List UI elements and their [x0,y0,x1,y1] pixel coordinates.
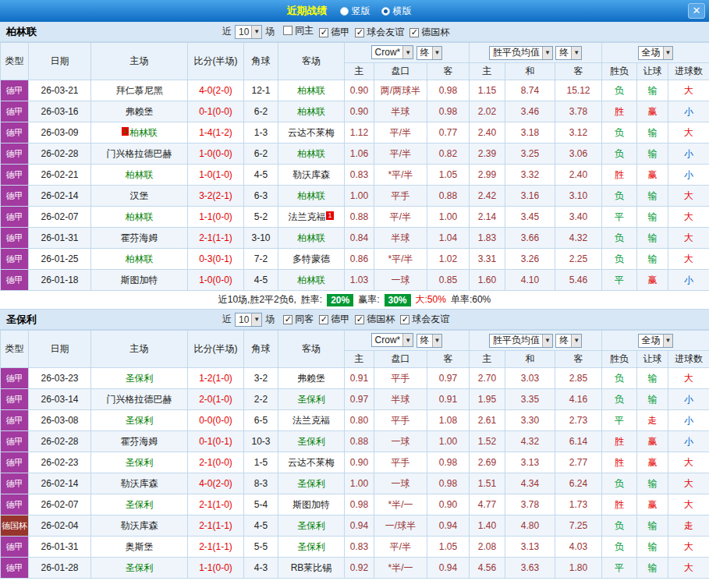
away-team[interactable]: 弗赖堡 [278,368,345,389]
home-team-name[interactable]: 圣保利 [126,562,154,573]
away-team-name[interactable]: 法兰克福 [292,415,330,426]
away-team[interactable]: 圣保利 [278,515,345,537]
home-team-name[interactable]: 门兴格拉德巴赫 [107,148,172,159]
home-team[interactable]: 门兴格拉德巴赫 [91,143,188,165]
avg-type-select[interactable]: 胜平负均值▼ [489,334,553,348]
home-team-name[interactable]: 柏林联 [126,169,154,180]
filter-checkbox[interactable]: 德甲 [319,26,349,39]
filter-checkbox[interactable]: 球会友谊 [355,26,404,39]
avg-time-select[interactable]: 终▼ [555,334,582,348]
away-team-name[interactable]: 云达不莱梅 [288,457,335,468]
checkbox-icon[interactable] [283,26,292,35]
home-team-name[interactable]: 斯图加特 [121,275,158,285]
away-team-name[interactable]: 圣保利 [297,541,325,552]
away-team-name[interactable]: RB莱比锡 [291,562,332,573]
home-team-name[interactable]: 圣保利 [126,415,154,426]
checkbox-icon[interactable] [355,315,364,324]
home-team-name[interactable]: 柏林联 [129,127,158,138]
checkbox-icon[interactable] [319,315,328,324]
away-team-name[interactable]: 弗赖堡 [297,373,325,384]
bookmaker-select[interactable]: Crow*▼ [371,45,414,59]
filter-checkbox[interactable]: 同客 [283,313,314,326]
home-team[interactable]: 圣保利 [91,410,188,431]
away-team-name[interactable]: 斯图加特 [292,499,330,510]
home-team-name[interactable]: 柏林联 [126,211,154,222]
home-team-name[interactable]: 圣保利 [126,457,154,468]
away-team-name[interactable]: 柏林联 [297,232,325,243]
away-team-name[interactable]: 圣保利 [297,520,325,531]
away-team[interactable]: 云达不莱梅 [278,452,345,473]
home-team[interactable]: 圣保利 [91,494,188,515]
filter-checkbox[interactable]: 德国杯 [409,26,449,39]
away-team[interactable]: 云达不莱梅 [278,122,345,143]
scope-select[interactable]: 全场▼ [638,46,674,60]
home-team[interactable]: 圣保利 [91,558,188,579]
radio-checked-icon[interactable] [381,7,390,16]
checkbox-icon[interactable] [319,28,328,37]
away-team-name[interactable]: 云达不莱梅 [288,127,335,138]
filter-checkbox[interactable]: 德国杯 [355,313,395,326]
home-team-name[interactable]: 拜仁慕尼黑 [116,85,163,96]
home-team-name[interactable]: 柏林联 [126,253,154,264]
away-team[interactable]: 柏林联 [278,143,345,165]
checkbox-icon[interactable] [355,28,364,37]
close-icon[interactable]: ✕ [688,3,705,19]
away-team-name[interactable]: 柏林联 [297,190,325,201]
avg-time-select[interactable]: 终▼ [555,46,582,60]
scope-select[interactable]: 全场▼ [638,334,674,348]
layout-radio-horizontal[interactable]: 横版 [381,5,412,18]
away-team[interactable]: RB莱比锡 [278,558,345,579]
home-team[interactable]: 斯图加特 [91,270,188,291]
away-team-name[interactable]: 柏林联 [297,148,325,159]
home-team-name[interactable]: 勒沃库森 [121,520,158,531]
away-team[interactable]: 法兰克福1 [278,207,345,228]
avg-type-select[interactable]: 胜平负均值▼ [489,46,553,60]
home-team[interactable]: 勒沃库森 [91,473,188,494]
away-team[interactable]: 勒沃库森 [278,165,345,186]
away-team-name[interactable]: 柏林联 [297,275,325,285]
home-team-name[interactable]: 霍芬海姆 [121,436,158,447]
filter-checkbox[interactable]: 球会友谊 [400,313,449,326]
away-team[interactable]: 法兰克福 [278,410,345,431]
away-team[interactable]: 柏林联 [278,228,345,249]
filter-checkbox[interactable]: 德甲 [319,313,349,326]
match-count-select[interactable]: 10▼ [235,313,262,327]
handicap-time-select[interactable]: 终▼ [417,334,443,348]
home-team-name[interactable]: 奥斯堡 [126,541,154,552]
home-team[interactable]: 柏林联 [91,207,188,228]
away-team-name[interactable]: 多特蒙德 [292,253,330,264]
away-team-name[interactable]: 圣保利 [297,436,325,447]
home-team-name[interactable]: 汉堡 [130,190,149,201]
home-team[interactable]: 柏林联 [91,165,188,186]
home-team[interactable]: 圣保利 [91,368,188,389]
away-team-name[interactable]: 勒沃库森 [292,169,330,180]
home-team[interactable]: 柏林联 [91,249,188,270]
checkbox-icon[interactable] [409,28,419,37]
home-team-name[interactable]: 勒沃库森 [121,478,158,489]
away-team[interactable]: 柏林联 [278,270,345,291]
home-team[interactable]: 圣保利 [91,452,188,473]
home-team[interactable]: 1柏林联 [91,122,188,143]
home-team[interactable]: 霍芬海姆 [91,431,188,452]
home-team[interactable]: 奥斯堡 [91,537,188,558]
home-team[interactable]: 门兴格拉德巴赫 [91,389,188,410]
home-team[interactable]: 霍芬海姆 [91,228,188,249]
checkbox-icon[interactable] [283,315,292,324]
away-team[interactable]: 圣保利 [278,537,345,558]
away-team-name[interactable]: 法兰克福 [288,211,325,222]
home-team[interactable]: 汉堡 [91,186,188,207]
filter-checkbox[interactable]: 同主 [283,24,314,37]
away-team[interactable]: 圣保利 [278,389,345,410]
home-team-name[interactable]: 圣保利 [126,373,154,384]
radio-icon[interactable] [340,7,349,16]
away-team[interactable]: 斯图加特 [278,494,345,515]
match-count-select[interactable]: 10▼ [235,25,262,39]
away-team[interactable]: 柏林联 [278,101,345,122]
handicap-time-select[interactable]: 终▼ [417,46,443,60]
home-team[interactable]: 勒沃库森 [91,515,188,537]
away-team-name[interactable]: 柏林联 [297,106,325,117]
away-team-name[interactable]: 圣保利 [297,478,325,489]
home-team[interactable]: 拜仁慕尼黑 [91,80,188,101]
away-team-name[interactable]: 柏林联 [297,85,325,96]
home-team-name[interactable]: 圣保利 [126,499,154,510]
